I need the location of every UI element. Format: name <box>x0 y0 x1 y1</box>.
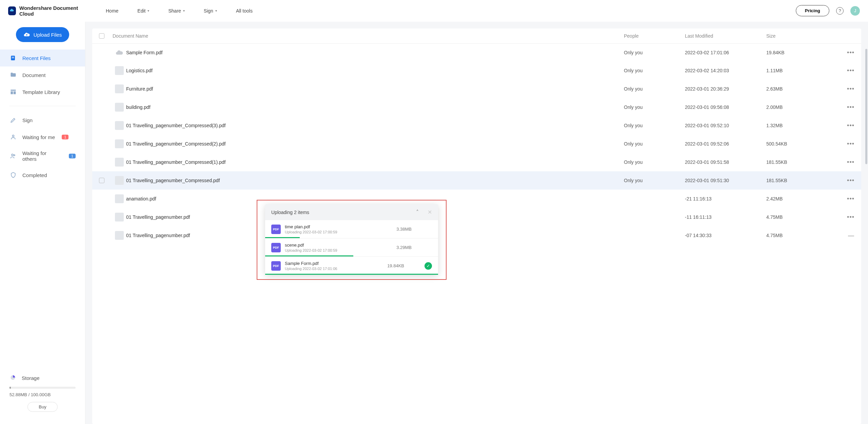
help-icon[interactable]: ? <box>836 7 844 15</box>
upload-item: PDFscene.pdfUploading 2022-03-02 17:00:5… <box>265 238 438 256</box>
col-name[interactable]: Document Name <box>113 33 624 39</box>
storage-bar <box>9 387 76 389</box>
svg-rect-5 <box>14 91 16 94</box>
sidebar-item-sign[interactable]: Sign <box>0 112 85 129</box>
storage-label: Storage <box>22 375 40 381</box>
col-size[interactable]: Size <box>766 33 834 39</box>
check-icon: ✓ <box>425 262 432 270</box>
logo-icon <box>8 6 16 15</box>
upload-popup: Uploading 2 items ˄ ✕ PDFtime plan.pdfUp… <box>265 204 438 275</box>
row-more-icon[interactable]: ••• <box>834 177 854 184</box>
row-more-icon[interactable]: ••• <box>834 140 854 148</box>
main: Document Name People Last Modified Size … <box>85 22 868 424</box>
avatar[interactable]: J <box>850 6 860 16</box>
row-more-icon[interactable]: ••• <box>834 159 854 166</box>
file-size: 2.00MB <box>766 104 834 110</box>
select-all-checkbox[interactable] <box>99 33 104 39</box>
table-row[interactable]: 01 Travelling_pagenumber_Compressed(1).p… <box>92 153 861 171</box>
table-row[interactable]: 01 Travelling_pagenumber.pdf-07 14:30:33… <box>92 226 861 245</box>
file-thumbnail-icon <box>115 176 124 185</box>
file-size: 181.55KB <box>766 159 834 165</box>
logo[interactable]: Wondershare Document Cloud <box>8 5 85 17</box>
upload-file-name: scene.pdf <box>285 243 396 248</box>
chevron-down-icon: ▾ <box>183 9 185 13</box>
upload-popup-header: Uploading 2 items ˄ ✕ <box>265 204 438 220</box>
row-checkbox[interactable] <box>99 178 104 183</box>
svg-rect-2 <box>12 58 14 58</box>
top-nav: Home Edit▾ Share▾ Sign▾ All tools <box>106 8 253 14</box>
row-more-icon[interactable]: ••• <box>834 214 854 221</box>
shield-icon <box>9 171 17 179</box>
table-row[interactable]: 01 Travelling_pagenumber_Compressed(2).p… <box>92 135 861 153</box>
close-icon[interactable]: ✕ <box>428 209 432 215</box>
table-row[interactable]: 01 Travelling_pagenumber.pdf-11 16:11:13… <box>92 208 861 226</box>
table-row[interactable]: Logistics.pdfOnly you2022-03-02 14:20:03… <box>92 61 861 80</box>
collapse-icon[interactable]: ˄ <box>416 209 419 215</box>
file-size: 181.55KB <box>766 178 834 183</box>
storage-block: Storage 52.88MB / 100.00GB Buy <box>0 368 85 424</box>
pricing-button[interactable]: Pricing <box>796 5 829 16</box>
users-icon <box>9 152 17 160</box>
svg-rect-1 <box>12 57 14 57</box>
file-size: 500.54KB <box>766 141 834 147</box>
sidebar-item-recent[interactable]: Recent Files <box>0 50 85 66</box>
divider <box>9 106 76 106</box>
file-people: Only you <box>624 123 685 128</box>
table-body: Sample Form.pdfOnly you2022-03-02 17:01:… <box>92 44 861 424</box>
badge-waiting-me: 1 <box>62 135 68 139</box>
row-more-icon[interactable]: ••• <box>834 67 854 74</box>
upload-file-size: 19.84KB <box>387 263 404 268</box>
sidebar-item-waiting-me[interactable]: Waiting for me 1 <box>0 129 85 146</box>
buy-button[interactable]: Buy <box>27 402 57 412</box>
file-thumbnail-icon <box>115 121 124 130</box>
file-modified: 2022-03-02 14:20:03 <box>685 68 766 73</box>
sidebar-item-completed[interactable]: Completed <box>0 167 85 184</box>
template-icon <box>9 88 17 96</box>
upload-file-status: Uploading 2022-03-02 17:00:59 <box>285 230 396 234</box>
nav-home[interactable]: Home <box>106 8 118 14</box>
pdf-icon: PDF <box>271 261 281 271</box>
nav-edit[interactable]: Edit▾ <box>137 8 149 14</box>
file-thumbnail-icon <box>115 139 124 148</box>
col-people[interactable]: People <box>624 33 685 39</box>
file-thumbnail-icon <box>115 103 124 112</box>
table-row[interactable]: anamation.pdf-21 11:16:132.42MB••• <box>92 190 861 208</box>
table-row[interactable]: Sample Form.pdfOnly you2022-03-02 17:01:… <box>92 44 861 61</box>
file-name: 01 Travelling_pagenumber_Compressed(1).p… <box>126 159 624 165</box>
row-more-icon[interactable]: ••• <box>834 85 854 93</box>
nav-share[interactable]: Share▾ <box>168 8 184 14</box>
row-more-icon[interactable]: ••• <box>834 104 854 111</box>
file-thumbnail-icon <box>115 66 124 75</box>
file-name: Sample Form.pdf <box>126 50 624 55</box>
sidebar-item-document[interactable]: Document <box>0 66 85 83</box>
upload-button[interactable]: Upload Files <box>16 27 69 42</box>
nav-sign[interactable]: Sign▾ <box>204 8 217 14</box>
col-modified[interactable]: Last Modified <box>685 33 766 39</box>
upload-item: PDFtime plan.pdfUploading 2022-03-02 17:… <box>265 220 438 238</box>
row-more-icon[interactable]: ••• <box>834 195 854 203</box>
row-more-icon[interactable]: — <box>834 232 854 239</box>
svg-point-6 <box>13 135 14 137</box>
file-modified: 2022-03-01 09:51:30 <box>685 178 766 183</box>
table-row[interactable]: building.pdfOnly you2022-03-01 09:56:082… <box>92 98 861 116</box>
file-name: 01 Travelling_pagenumber_Compressed(2).p… <box>126 141 624 147</box>
pen-icon <box>9 116 17 124</box>
badge-waiting-others: 1 <box>69 154 76 158</box>
table-row[interactable]: 01 Travelling_pagenumber_Compressed(3).p… <box>92 116 861 135</box>
file-size: 19.84KB <box>766 50 834 55</box>
sidebar-item-template[interactable]: Template Library <box>0 83 85 100</box>
row-more-icon[interactable]: ••• <box>834 122 854 129</box>
nav-alltools[interactable]: All tools <box>236 8 253 14</box>
upload-file-status: Uploading 2022-03-02 17:01:06 <box>285 267 387 271</box>
svg-rect-4 <box>11 91 13 94</box>
table-row[interactable]: 01 Travelling_pagenumber_Compressed.pdfO… <box>92 171 861 190</box>
pie-icon <box>9 374 16 382</box>
file-size: 2.42MB <box>766 196 834 201</box>
row-more-icon[interactable]: ••• <box>834 49 854 56</box>
storage-text: 52.88MB / 100.00GB <box>9 392 76 397</box>
upload-file-size: 3.38MB <box>396 227 412 232</box>
table-row[interactable]: Furniture.pdfOnly you2022-03-01 20:36:29… <box>92 80 861 98</box>
file-people: Only you <box>624 68 685 73</box>
sidebar-item-waiting-others[interactable]: Waiting for others 1 <box>0 146 85 167</box>
chevron-down-icon: ▾ <box>215 9 217 13</box>
